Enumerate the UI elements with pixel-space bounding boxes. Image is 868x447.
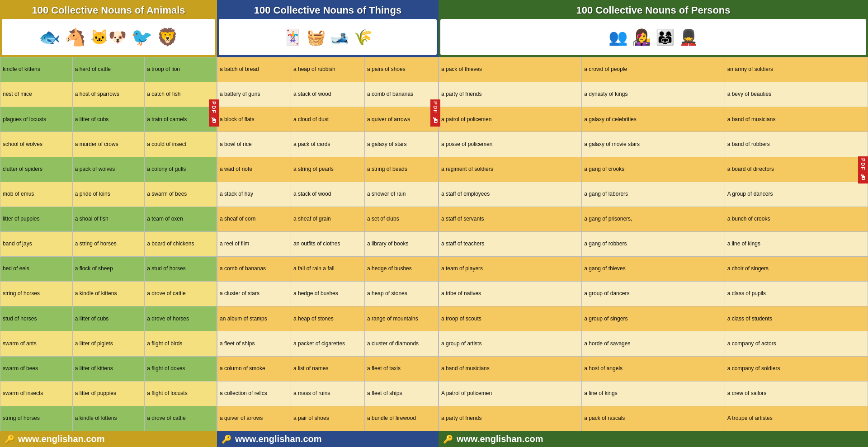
table-cell: a pairs of shoes [365, 57, 439, 82]
table-cell: a litter of piglets [72, 331, 145, 356]
pdf-text-p: PDF [860, 158, 866, 171]
table-cell: a staff of teachers [439, 231, 582, 256]
table-cell: a tribe of natives [439, 282, 582, 306]
table-row: a posse of policemena galaxy of movie st… [439, 132, 868, 157]
table-cell: band of jays [0, 231, 73, 256]
table-row: litter of puppiesa shoal of fisha team o… [0, 207, 217, 231]
table-cell: a pack of cards [291, 132, 365, 157]
table-cell: a flight of doves [145, 356, 217, 381]
table-cell: a staff of employees [439, 182, 582, 207]
table-cell: a range of mountains [365, 306, 439, 331]
animals-footer: 🔑 www.englishan.com [0, 431, 217, 447]
persons-footer-icon: 🔑 [443, 434, 453, 444]
table-cell: a comb of bananas [217, 257, 291, 282]
table-row: an album of stampsa heap of stonesa rang… [217, 306, 439, 331]
table-cell: a litter of cubs [72, 306, 145, 331]
table-row: a stack of haya stack of wooda shower of… [217, 182, 439, 207]
table-cell: a staff of servants [439, 207, 582, 231]
table-cell: a gang of robbers [582, 231, 725, 256]
table-cell: clutter of spiders [0, 157, 73, 182]
table-cell: a party of friends [439, 406, 582, 431]
table-cell: a heap of stones [291, 306, 365, 331]
table-cell: a class of students [725, 306, 868, 331]
table-cell: a train of camels [145, 107, 217, 132]
table-row: A patrol of policemena line of kingsa cr… [439, 381, 868, 406]
table-cell: string of horses [0, 282, 73, 306]
table-row: a party of friendsa pack of rascalsA tro… [439, 406, 868, 431]
table-cell: a cluster of diamonds [365, 331, 439, 356]
table-cell: a wad of note [217, 157, 291, 182]
persons-table: a pack of thievesa crowd of peoplean arm… [439, 57, 868, 431]
table-cell: a reel of film [217, 231, 291, 256]
table-cell: a drove of cattle [145, 406, 217, 431]
table-cell: a hedge of bushes [365, 257, 439, 282]
table-cell: a sheaf of grain [291, 207, 365, 231]
table-cell: a board of chickens [145, 231, 217, 256]
table-cell: a gang of thieves [582, 257, 725, 282]
pdf-badge-persons[interactable]: PDF 🖱 [858, 156, 868, 184]
table-cell: a string of beads [365, 157, 439, 182]
table-cell: a crowd of people [582, 57, 725, 82]
table-cell: a host of angels [582, 356, 725, 381]
table-cell: a cluster of stars [217, 282, 291, 306]
table-cell: bed of eels [0, 257, 73, 282]
table-cell: a crew of sailors [725, 381, 868, 406]
table-cell: a company of soldiers [725, 356, 868, 381]
table-cell: a string of horses [72, 231, 145, 256]
animals-footer-icon: 🔑 [5, 434, 14, 444]
table-cell: a catch of fish [145, 82, 217, 107]
table-cell: a hedge of bushes [291, 282, 365, 306]
animals-footer-url[interactable]: www.englishan.com [18, 434, 105, 444]
things-header: 100 Collective Nouns of Things [217, 0, 439, 19]
table-row: a team of playersa gang of thievesa choi… [439, 257, 868, 282]
table-cell: a pride of loins [72, 182, 145, 207]
table-cell: a line of kings [582, 381, 725, 406]
table-cell: a group of artists [439, 331, 582, 356]
table-cell: a horde of savages [582, 331, 725, 356]
pdf-badge-things[interactable]: PDF 🖱 [430, 99, 440, 127]
things-title: 100 Collective Nouns of Things [221, 5, 435, 16]
table-cell: a stack of hay [217, 182, 291, 207]
table-cell: a library of books [365, 231, 439, 256]
persons-footer: 🔑 www.englishan.com [439, 431, 868, 447]
table-cell: A group of dancers [725, 182, 868, 207]
table-cell: a colony of gulls [145, 157, 217, 182]
table-cell: a herd of cattle [72, 57, 145, 82]
table-row: clutter of spidersa pack of wolvesa colo… [0, 157, 217, 182]
table-cell: a host of sparrows [72, 82, 145, 107]
table-row: a quiver of arrowsa pair of shoesa bundl… [217, 406, 439, 431]
things-panel: 100 Collective Nouns of Things 🃏 🧺 🎿 🌾 a… [217, 0, 439, 447]
table-cell: a posse of policemen [439, 132, 582, 157]
table-cell: a gang of laborers [582, 182, 725, 207]
table-cell: a drove of horses [145, 306, 217, 331]
things-footer: 🔑 www.englishan.com [217, 431, 439, 447]
table-cell: a flock of sheep [72, 257, 145, 282]
table-cell: a cloud of dust [291, 107, 365, 132]
table-cell: a stack of wood [291, 82, 365, 107]
table-cell: kindle of kittens [0, 57, 73, 82]
table-row: a battery of gunsa stack of wooda comb o… [217, 82, 439, 107]
table-row: a staff of servantsa gang of prisoners,a… [439, 207, 868, 231]
table-cell: a list of names [291, 356, 365, 381]
persons-footer-url[interactable]: www.englishan.com [457, 434, 543, 444]
table-cell: a kindle of kittens [72, 282, 145, 306]
table-row: a pack of thievesa crowd of peoplean arm… [439, 57, 868, 82]
table-cell: a comb of bananas [365, 82, 439, 107]
table-cell: a dynasty of kings [582, 82, 725, 107]
table-row: nest of micea host of sparrowsa catch of… [0, 82, 217, 107]
table-cell: a galaxy of movie stars [582, 132, 725, 157]
table-cell: a litter of puppies [72, 381, 145, 406]
table-cell: a galaxy of stars [365, 132, 439, 157]
table-cell: a sheaf of corn [217, 207, 291, 231]
table-row: stud of horsesa litter of cubsa drove of… [0, 306, 217, 331]
table-cell: a column of smoke [217, 356, 291, 381]
table-cell: a bevy of beauties [725, 82, 868, 107]
pdf-badge-animals[interactable]: PDF 🖱 [209, 99, 219, 127]
table-cell: swarm of bees [0, 356, 73, 381]
table-row: a bowl of ricea pack of cardsa galaxy of… [217, 132, 439, 157]
table-cell: a heap of stones [365, 282, 439, 306]
table-cell: a fleet of taxis [365, 356, 439, 381]
table-cell: a swarm of bees [145, 182, 217, 207]
things-footer-url[interactable]: www.englishan.com [235, 434, 322, 444]
table-cell: a shower of rain [365, 182, 439, 207]
